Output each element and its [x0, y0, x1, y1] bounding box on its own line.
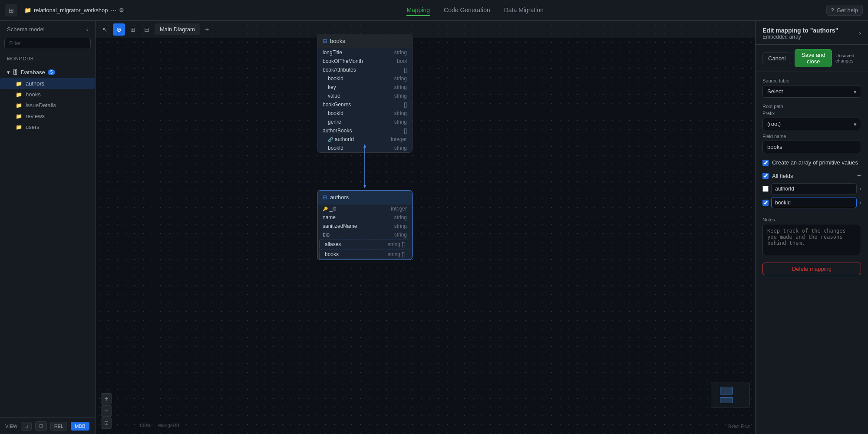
- app-logo[interactable]: ⊞: [5, 4, 17, 16]
- folder-icon: 📁: [24, 7, 31, 13]
- zoom-out-button[interactable]: −: [101, 405, 112, 417]
- source-table-label: Source table: [762, 78, 861, 83]
- authors-node-icon: ⊞: [323, 194, 327, 201]
- source-table-select-wrapper: Select: [762, 85, 861, 98]
- minimap: [711, 382, 750, 408]
- field-name-label: Field name: [762, 134, 861, 139]
- notes-textarea[interactable]: [762, 224, 861, 255]
- source-table-field: Source table Select: [762, 78, 861, 98]
- more-options-icon[interactable]: ⋯: [111, 7, 116, 13]
- prefix-field: Prefix (root): [762, 111, 861, 130]
- nav-mapping[interactable]: Mapping: [406, 5, 430, 16]
- field-row-sanitizedname: sanitizedName string: [317, 222, 412, 230]
- create-array-label: Create an array of primitive values: [772, 159, 858, 166]
- folder-icon-users: 📁: [16, 124, 22, 130]
- field-row-bookid-1: bookId string: [317, 74, 412, 83]
- field-row-bookid-3: bookId string: [317, 144, 412, 152]
- nav-code-generation[interactable]: Code Generation: [444, 5, 490, 16]
- view-split-button[interactable]: ⊟: [35, 421, 47, 431]
- db-icon: 🗄: [13, 69, 18, 76]
- field-name-input[interactable]: [762, 141, 861, 153]
- folder-icon-reviews: 📁: [16, 113, 22, 119]
- top-nav: Mapping Code Generation Data Migration: [131, 5, 819, 16]
- canvas-area[interactable]: ↖ ⊕ ⊞ ⊟ Main Diagram + ⊞ books longTitle…: [96, 21, 755, 434]
- field-row-bookgenres: bookGenres []: [317, 100, 412, 109]
- root-path-label: Root path: [762, 104, 861, 109]
- database-label: Database: [21, 69, 45, 76]
- project-name-area: 📁 relational_migrator_workshop ⋯ ⚙: [24, 7, 124, 13]
- help-button[interactable]: ? Get help: [826, 5, 863, 16]
- expand-panel-button[interactable]: ›: [859, 30, 861, 37]
- all-fields-section: All fields + › ›: [762, 172, 861, 211]
- view-single-button[interactable]: □: [21, 422, 32, 431]
- panel-actions: Cancel Save and close Unsaved changes: [756, 45, 868, 72]
- field-name-field: Field name: [762, 134, 861, 153]
- database-header[interactable]: ▾ 🗄 Database 5: [0, 66, 95, 78]
- react-flow-label: React Flow: [728, 424, 750, 429]
- field-row-bookid-2: bookId string: [317, 109, 412, 118]
- collapse-sidebar-button[interactable]: ‹: [86, 26, 88, 33]
- field-row-id: 🔑 _id integer: [317, 204, 412, 213]
- all-fields-header: All fields +: [762, 172, 861, 180]
- project-name-label: relational_migrator_workshop: [34, 7, 108, 13]
- field-row-books: books string []: [319, 250, 410, 259]
- db-mode-label: MongoDB: [158, 423, 179, 428]
- authors-node-header: ⊞ authors: [317, 191, 412, 204]
- field-row-bio: bio string: [317, 230, 412, 239]
- bookid-field-checkbox[interactable]: [762, 200, 769, 206]
- notes-section: Notes: [762, 217, 861, 256]
- books-node[interactable]: ⊞ books longTitle string bookOfTheMonth …: [317, 34, 413, 153]
- authorid-field-input[interactable]: [771, 183, 857, 194]
- bookid-field-input[interactable]: [771, 197, 857, 208]
- panel-title-area: Edit mapping to "authors" Embedded array: [762, 27, 838, 40]
- canvas-content: ⊞ books longTitle string bookOfTheMonth …: [96, 21, 755, 434]
- key-icon: 🔑: [323, 207, 328, 211]
- folder-icon-issuedetails: 📁: [16, 102, 22, 108]
- help-label: Get help: [837, 7, 858, 13]
- save-close-button[interactable]: Save and close: [795, 49, 832, 67]
- sidebar-header: Schema model ‹: [0, 21, 95, 38]
- view-bar: VIEW □ ⊟ REL MDB: [0, 418, 95, 434]
- books-node-title: books: [330, 38, 345, 44]
- folder-icon-authors: 📁: [16, 81, 22, 87]
- create-array-checkbox[interactable]: [762, 160, 769, 166]
- view-label: VIEW: [5, 424, 17, 429]
- database-section: ▾ 🗄 Database 5 📁 authors 📁 books 📁 issue…: [0, 65, 95, 134]
- sidebar-item-users[interactable]: 📁 users: [0, 122, 95, 132]
- reviews-label: reviews: [26, 113, 45, 119]
- filter-input[interactable]: [4, 38, 91, 49]
- nav-data-migration[interactable]: Data Migration: [504, 5, 544, 16]
- field-row-bookofthemonth: bookOfTheMonth bool: [317, 57, 412, 66]
- all-fields-checkbox-row: All fields: [762, 173, 793, 179]
- bookid-expand-icon[interactable]: ›: [859, 200, 861, 206]
- delete-mapping-button[interactable]: Delete mapping: [762, 263, 861, 275]
- sidebar-item-reviews[interactable]: 📁 reviews: [0, 111, 95, 122]
- sidebar-item-issuedetails[interactable]: 📁 issueDetails: [0, 100, 95, 111]
- notes-label: Notes: [762, 217, 861, 222]
- add-field-button[interactable]: +: [857, 172, 861, 180]
- create-array-checkbox-row: Create an array of primitive values: [762, 159, 861, 166]
- panel-body: Source table Select Root path Prefix (ro…: [756, 72, 868, 434]
- all-fields-checkbox[interactable]: [762, 173, 769, 179]
- authors-node-title: authors: [330, 194, 349, 201]
- field-row-value: value string: [317, 92, 412, 100]
- filter-box: [4, 38, 91, 49]
- authorid-field-checkbox[interactable]: [762, 186, 769, 192]
- sidebar-item-books[interactable]: 📁 books: [0, 89, 95, 100]
- fit-view-button[interactable]: ⊡: [101, 418, 112, 429]
- prefix-select[interactable]: (root): [762, 118, 861, 130]
- source-table-select[interactable]: Select: [762, 85, 861, 98]
- authorid-expand-icon[interactable]: ›: [859, 186, 861, 192]
- settings-icon[interactable]: ⚙: [119, 7, 124, 13]
- view-rel-button[interactable]: REL: [50, 422, 67, 431]
- field-row-authorid: ›: [762, 183, 861, 194]
- sidebar-item-authors[interactable]: 📁 authors: [0, 78, 95, 89]
- field-row-authorid: 🔗 authorId integer: [317, 135, 412, 144]
- field-row-bookid: ›: [762, 197, 861, 208]
- authors-node[interactable]: ⊞ authors 🔑 _id integer name string sani…: [317, 190, 413, 260]
- zoom-in-button[interactable]: +: [101, 393, 112, 404]
- view-mdb-button[interactable]: MDB: [71, 422, 89, 431]
- issuedetails-label: issueDetails: [26, 102, 56, 108]
- cancel-button[interactable]: Cancel: [762, 53, 791, 64]
- topbar: ⊞ 📁 relational_migrator_workshop ⋯ ⚙ Map…: [0, 0, 868, 21]
